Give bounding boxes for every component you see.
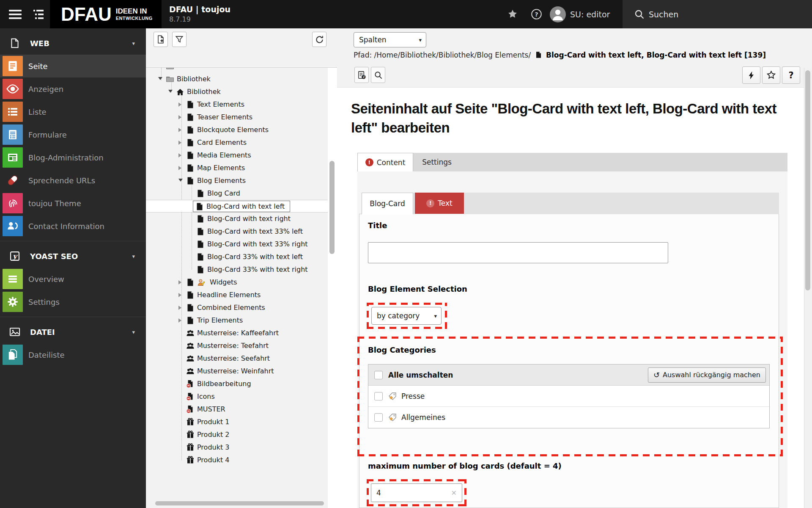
- tree-item-trip-elements[interactable]: Trip Elements: [146, 314, 328, 327]
- tree-item-label: Musterreise: Teefahrt: [197, 342, 269, 350]
- subtab-blog-card[interactable]: Blog-Card: [362, 193, 413, 214]
- tree-item-label: Map Elements: [197, 164, 245, 172]
- tree-item-teaser-elements[interactable]: Teaser Elements: [146, 111, 328, 124]
- max-cards-input[interactable]: 4 ✕: [371, 483, 462, 502]
- tree-item-item[interactable]: [146, 68, 328, 73]
- tree-item-blog-card-with-text-left[interactable]: Blog-Card with text left: [146, 200, 328, 213]
- page-help-button[interactable]: ?: [782, 66, 800, 84]
- sidebar-item-toujou-theme[interactable]: toujou Theme: [0, 192, 146, 215]
- tree-item-map-elements[interactable]: Map Elements: [146, 162, 328, 174]
- menu-toggle-button[interactable]: [4, 0, 26, 28]
- tree-item-produkt-4[interactable]: Produkt 4: [146, 454, 328, 467]
- tree-item-blockquote-elements[interactable]: Blockquote Elements: [146, 124, 328, 136]
- tree-item-muster[interactable]: MUSTER: [146, 403, 328, 416]
- tree-expand-arrow[interactable]: [178, 102, 181, 107]
- tree-item-produkt-1[interactable]: Produkt 1: [146, 416, 328, 428]
- tab-content[interactable]: ! Content: [357, 153, 413, 171]
- tree-expand-arrow[interactable]: [158, 77, 162, 80]
- filter-button[interactable]: [172, 32, 187, 47]
- tree-item-blog-card-with-text-right[interactable]: Blog-Card with text right: [146, 213, 328, 225]
- content-scrollbar-thumb[interactable]: [805, 70, 810, 290]
- tree-item-blog-card-with-text-33-left[interactable]: Blog-Card with text 33% left: [146, 225, 328, 238]
- tree-item-blog-elements[interactable]: Blog Elements: [146, 174, 328, 187]
- tree-item-musterreise-weinfahrt[interactable]: Musterreise: Weinfahrt: [146, 365, 328, 378]
- category-checkbox[interactable]: [374, 392, 383, 400]
- tree-item-icons[interactable]: Icons: [146, 390, 328, 403]
- gift-icon: [186, 431, 195, 439]
- tree-item-headline-elements[interactable]: Headline Elements: [146, 289, 328, 301]
- category-row-presse[interactable]: Presse: [368, 386, 769, 407]
- tree-item-media-elements[interactable]: Media Elements: [146, 149, 328, 162]
- tree-expand-arrow[interactable]: [178, 166, 181, 170]
- tree-item-produkt-3[interactable]: Produkt 3: [146, 441, 328, 454]
- new-page-button[interactable]: [154, 32, 168, 47]
- toggle-all-checkbox[interactable]: [374, 371, 383, 379]
- sidebar-section-yoast-seo[interactable]: yYOAST SEO▾: [0, 245, 146, 268]
- tree-item-musterreise-teefahrt[interactable]: Musterreise: Teefahrt: [146, 340, 328, 352]
- sidebar-item-anzeigen[interactable]: Anzeigen: [0, 77, 146, 100]
- sidebar-section-web[interactable]: WEB▾: [0, 32, 146, 55]
- tree-item-bibliothek[interactable]: Bibliothek: [146, 86, 328, 98]
- tree-item-blog-card-33-with-text-left[interactable]: Blog-Card 33% with text left: [146, 251, 328, 263]
- tree-expand-arrow[interactable]: [178, 306, 181, 310]
- sidebar-item-blog-administration[interactable]: Blog-Administration: [0, 146, 146, 169]
- bookmark-page-button[interactable]: [762, 66, 780, 84]
- tree-expand-arrow[interactable]: [178, 318, 181, 323]
- sidebar-section-datei[interactable]: DATEI▾: [0, 320, 146, 343]
- page-icon: [186, 278, 195, 287]
- category-checkbox[interactable]: [374, 413, 383, 422]
- tab-settings[interactable]: Settings: [413, 153, 461, 171]
- clear-input-icon[interactable]: ✕: [451, 489, 457, 497]
- undo-selection-button[interactable]: ↺ Auswahl rückgängig machen: [648, 367, 766, 383]
- tree-horizontal-scrollbar[interactable]: [155, 501, 324, 505]
- dfau-logo[interactable]: DFAU IDEEN IN ENTWICKLUNG: [50, 0, 162, 28]
- tree-vertical-scrollbar[interactable]: [329, 161, 335, 254]
- tree-item-musterreise-seefahrt[interactable]: Musterreise: Seefahrt: [146, 352, 328, 365]
- refresh-tree-button[interactable]: [312, 32, 326, 47]
- tree-expand-arrow[interactable]: [178, 153, 181, 157]
- title-input[interactable]: [368, 242, 668, 263]
- pagetree-toggle-button[interactable]: [29, 0, 48, 28]
- sidebar-item-seite[interactable]: Seite: [0, 55, 146, 77]
- tree-expand-arrow[interactable]: [178, 293, 181, 297]
- tree-item-musterreise-kaffeefahrt[interactable]: Musterreise: Kaffeefahrt: [146, 327, 328, 340]
- subtab-text[interactable]: ! Text: [415, 193, 464, 214]
- category-row-allgemeines[interactable]: Allgemeines: [368, 407, 769, 428]
- sidebar-item-liste[interactable]: Liste: [0, 100, 146, 123]
- tree-expand-arrow[interactable]: [178, 179, 183, 182]
- tree-expand-arrow[interactable]: [178, 141, 181, 145]
- sidebar-item-settings[interactable]: Settings: [0, 290, 146, 313]
- blog-categories-panel: Alle umschalten ↺ Auswahl rückgängig mac…: [368, 364, 770, 428]
- tree-item-blog-card-with-text-33-right[interactable]: Blog-Card with text 33% right: [146, 238, 328, 251]
- record-info-button[interactable]: i: [354, 67, 369, 83]
- user-menu[interactable]: SU: editor: [550, 0, 622, 28]
- tree-item-blog-card-33-with-text-right[interactable]: Blog-Card 33% with text right: [146, 263, 328, 276]
- topbar-search[interactable]: Suchen: [623, 0, 812, 28]
- bookmark-button[interactable]: [504, 0, 521, 28]
- tree-expand-arrow[interactable]: [178, 115, 181, 119]
- sidebar-item-overview[interactable]: Overview: [0, 268, 146, 290]
- tree-item-combined-elements[interactable]: Combined Elements: [146, 301, 328, 314]
- tree-item-produkt-2[interactable]: Produkt 2: [146, 428, 328, 441]
- tree-expand-arrow[interactable]: [178, 128, 181, 132]
- sidebar-item-sprechende-urls[interactable]: Sprechende URLs: [0, 169, 146, 192]
- tree-item-widgets[interactable]: Widgets: [146, 276, 328, 289]
- tree-item-bildbearbeitung[interactable]: Bildbearbeitung: [146, 378, 328, 390]
- tree-expand-arrow[interactable]: [178, 280, 181, 284]
- columns-select[interactable]: Spalten ▾: [354, 32, 426, 47]
- search-label: Suchen: [649, 10, 678, 19]
- tree-item-text-elements[interactable]: Text Elements: [146, 98, 328, 111]
- tree-item-label: Blog-Card 33% with text left: [207, 253, 303, 261]
- sidebar-item-contact-information[interactable]: Contact Information: [0, 215, 146, 237]
- search-record-button[interactable]: [371, 67, 385, 83]
- cache-button[interactable]: [742, 66, 760, 84]
- tree-item-bibliothek[interactable]: Bibliothek: [146, 73, 328, 86]
- logo-sub-line2: ENTWICKLUNG: [116, 16, 153, 21]
- tree-item-blog-card[interactable]: Blog Card: [146, 187, 328, 200]
- tree-item-card-elements[interactable]: Card Elements: [146, 136, 328, 149]
- tree-expand-arrow[interactable]: [168, 90, 173, 93]
- sidebar-item-formulare[interactable]: Formulare: [0, 123, 146, 146]
- help-button[interactable]: ?: [528, 0, 545, 28]
- sidebar-item-dateiliste[interactable]: Dateiliste: [0, 343, 146, 366]
- category-mode-select[interactable]: by category ▾: [371, 307, 442, 325]
